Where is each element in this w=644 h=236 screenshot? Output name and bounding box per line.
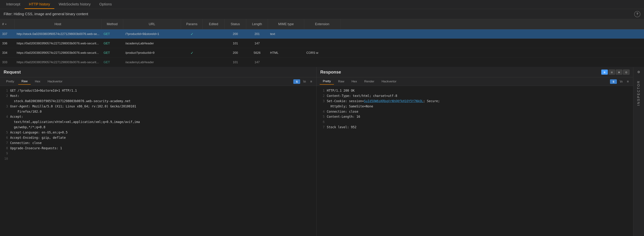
filter-text: Filter: Hiding CSS, image and general bi… bbox=[4, 12, 88, 16]
code-line-10: 10 bbox=[4, 156, 313, 162]
cell-length: 5626 bbox=[246, 48, 268, 58]
cell-params bbox=[181, 39, 203, 48]
col-url[interactable]: URL bbox=[123, 19, 181, 29]
view-toggle-split-h[interactable]: ▤ bbox=[608, 70, 615, 74]
col-length[interactable]: Length bbox=[246, 19, 268, 29]
view-toggle-maximize[interactable]: ▣ bbox=[616, 70, 622, 74]
cell-params bbox=[181, 58, 203, 67]
request-panel: Request Pretty Raw Hex Hackvertor S \n ≡… bbox=[0, 67, 317, 236]
view-toggles: ▥ ▤ ▣ ⚙ bbox=[601, 70, 630, 74]
col-params[interactable]: Params bbox=[181, 19, 203, 29]
cell-status: 101 bbox=[224, 39, 246, 48]
tab-response-render[interactable]: Render bbox=[361, 78, 378, 84]
tab-response-pretty[interactable]: Pretty bbox=[320, 78, 334, 84]
tab-request-hex[interactable]: Hex bbox=[32, 78, 44, 84]
cell-url: /academyLabHeader bbox=[123, 39, 181, 48]
table-row[interactable]: 337 http://stock.0a02003803f90574c227129… bbox=[0, 29, 644, 39]
code-line-2: 2 Host: bbox=[4, 93, 313, 98]
tab-request-hackvertor[interactable]: Hackvertor bbox=[44, 78, 66, 84]
col-edited[interactable]: Edited bbox=[203, 19, 224, 29]
table-row[interactable]: 336 https://0a02003803f90574c2271298003b… bbox=[0, 39, 644, 48]
cell-host: https://0a02003803f90574c2271298003b0076… bbox=[14, 39, 102, 48]
cell-edited bbox=[203, 58, 224, 67]
response-send-button[interactable]: S bbox=[610, 79, 617, 84]
request-menu-button[interactable]: ≡ bbox=[309, 79, 314, 84]
cell-method: GET bbox=[102, 48, 123, 58]
resp-line-6: 6 bbox=[320, 119, 630, 124]
inspector-gear-icon[interactable]: ⚙ bbox=[635, 67, 642, 76]
settings-button[interactable]: ⚙ bbox=[623, 70, 630, 74]
cell-url: /?productId=9&storeId=1 bbox=[123, 29, 181, 38]
request-code[interactable]: 1 GET /?productId=9&storeId=1 HTTP/1.1 2… bbox=[0, 86, 316, 236]
cell-extension bbox=[304, 29, 340, 38]
bottom-area: Request Pretty Raw Hex Hackvertor S \n ≡… bbox=[0, 67, 644, 236]
resp-line-2: 2 Content-Type: text/html; charset=utf-8 bbox=[320, 93, 630, 98]
cell-url: /academyLabHeader bbox=[123, 58, 181, 67]
tab-response-raw[interactable]: Raw bbox=[335, 78, 348, 84]
cell-url: /product?productId=9 bbox=[123, 48, 181, 58]
cell-status: 200 bbox=[224, 48, 246, 58]
resp-line-4: 4 Connection: close bbox=[320, 109, 630, 114]
tab-request-raw[interactable]: Raw bbox=[18, 78, 31, 84]
request-send-button[interactable]: S bbox=[293, 79, 300, 84]
cell-mime: text bbox=[268, 29, 304, 38]
code-line-1: 1 GET /?productId=9&storeId=1 HTTP/1.1 bbox=[4, 88, 313, 93]
cell-method: GET bbox=[102, 58, 123, 67]
col-host[interactable]: Host bbox=[14, 19, 102, 29]
resp-line-3: 3 Set-Cookie: session=SuId5QW6sKRbqVrNhQ… bbox=[320, 98, 630, 104]
inspector-panel: ⚙ INSPECTOR bbox=[633, 67, 644, 236]
col-status[interactable]: Status bbox=[224, 19, 246, 29]
response-newline-button[interactable]: \n bbox=[618, 79, 624, 84]
table-header: # ▼ Host Method URL Params Edited Status… bbox=[0, 19, 644, 29]
request-newline-button[interactable]: \n bbox=[302, 79, 307, 84]
resp-line-1: 1 HTTP/1.1 200 OK bbox=[320, 88, 630, 93]
response-panel: Response ▥ ▤ ▣ ⚙ Pretty Raw Hex Render H… bbox=[317, 67, 633, 236]
response-panel-header: Response ▥ ▤ ▣ ⚙ bbox=[317, 67, 633, 77]
request-panel-header: Request bbox=[0, 67, 316, 77]
cell-edited bbox=[203, 48, 224, 58]
code-line-4b: text/html,application/xhtml+xml,applicat… bbox=[4, 119, 313, 124]
col-num[interactable]: # ▼ bbox=[0, 19, 14, 29]
cell-extension bbox=[304, 58, 340, 67]
help-button[interactable]: ? bbox=[634, 11, 640, 17]
cell-length: 201 bbox=[246, 29, 268, 38]
request-actions: S \n ≡ bbox=[293, 79, 314, 84]
cell-host: http://stock.0a02003803f90574c2271298003… bbox=[14, 29, 102, 38]
code-line-3: 3 User-Agent: Mozilla/5.0 (X11; Linux x8… bbox=[4, 104, 313, 109]
cell-params: ✓ bbox=[181, 48, 203, 58]
code-line-3b: Firefox/102.0 bbox=[4, 109, 313, 114]
cell-edited bbox=[203, 29, 224, 38]
resp-line-5: 5 Content-Length: 16 bbox=[320, 114, 630, 119]
cell-host: https://0a02003803f90574c2271298003b0076… bbox=[14, 58, 102, 67]
col-method[interactable]: Method bbox=[102, 19, 123, 29]
response-menu-button[interactable]: ≡ bbox=[625, 79, 630, 84]
tab-response-hackvertor[interactable]: Hackvertor bbox=[378, 78, 400, 84]
cell-extension: CORS w bbox=[304, 48, 340, 58]
col-extension[interactable]: Extension bbox=[304, 19, 340, 29]
request-sub-tabs: Pretty Raw Hex Hackvertor S \n ≡ bbox=[0, 77, 316, 86]
cell-method: GET bbox=[102, 29, 123, 38]
col-mime[interactable]: MIME type bbox=[268, 19, 304, 29]
tab-options[interactable]: Options bbox=[95, 0, 116, 9]
cell-num: 333 bbox=[0, 58, 14, 67]
view-toggle-split-v[interactable]: ▥ bbox=[601, 70, 608, 74]
tab-websockets-history[interactable]: WebSockets history bbox=[54, 0, 95, 9]
table-row[interactable]: 334 https://0a02003803f90574c2271298003b… bbox=[0, 48, 644, 58]
cell-status: 101 bbox=[224, 58, 246, 67]
cell-mime bbox=[268, 39, 304, 48]
code-line-2b: stock.0a02003803f90574c2271298003b0076.w… bbox=[4, 98, 313, 104]
cell-num: 337 bbox=[0, 29, 14, 38]
tab-response-hex[interactable]: Hex bbox=[348, 78, 360, 84]
table-row[interactable]: 333 https://0a02003803f90574c2271298003b… bbox=[0, 58, 644, 67]
response-actions: S \n ≡ bbox=[610, 79, 630, 84]
resp-line-7: 7 Stock level: 952 bbox=[320, 124, 630, 130]
cell-method: GET bbox=[102, 39, 123, 48]
response-code[interactable]: 1 HTTP/1.1 200 OK 2 Content-Type: text/h… bbox=[317, 86, 633, 236]
inspector-label: INSPECTOR bbox=[637, 80, 640, 106]
tab-intercept[interactable]: Intercept bbox=[2, 0, 24, 9]
tab-request-pretty[interactable]: Pretty bbox=[3, 78, 18, 84]
filter-bar: Filter: Hiding CSS, image and general bi… bbox=[0, 9, 644, 19]
cell-edited bbox=[203, 39, 224, 48]
cell-params: ✓ bbox=[181, 29, 203, 38]
tab-http-history[interactable]: HTTP history bbox=[24, 0, 54, 9]
